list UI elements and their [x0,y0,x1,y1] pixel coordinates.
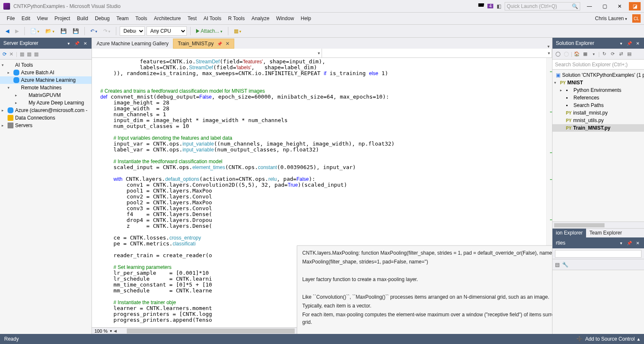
tab-azure-gallery[interactable]: Azure Machine Learning Gallery [92,39,173,49]
new-project-button[interactable]: 📄 [28,27,42,35]
panel-close-icon[interactable]: ✕ [635,240,641,246]
config-select[interactable]: Debug [120,26,145,36]
panel-pin-icon[interactable]: 📌 [74,40,80,46]
menu-team[interactable]: Team [113,14,132,23]
solution-tree-node[interactable]: PYmnist_utils.py [552,117,644,124]
feedback-icon[interactable]: ◧ [497,3,501,9]
server-tree-node[interactable]: ▸MatrixGPUVM [0,91,92,99]
menu-architecture[interactable]: Architecture [151,14,184,23]
alphabetical-icon[interactable]: 🔧 [562,262,568,268]
menu-ai-tools[interactable]: AI Tools [200,14,225,23]
sol-collapse-icon[interactable]: ⇄ [617,50,625,58]
redo-button[interactable]: ↷ [101,27,113,35]
nav-back-button[interactable]: ◀ [3,27,11,35]
sol-hscroll[interactable] [552,222,644,228]
properties-grid[interactable] [552,270,644,334]
panel-close-icon[interactable]: ✕ [82,40,88,46]
maximize-button[interactable]: ▢ [599,2,610,10]
server-tree-node[interactable]: ▾Remote Machines [0,84,92,91]
nav-scope-dropdown[interactable]: ▾ [92,49,322,57]
minimize-button[interactable]: — [584,2,595,10]
nav-fwd-button[interactable]: ▶ [13,27,21,35]
panel-close-icon[interactable]: ✕ [635,40,641,46]
notifications-flag-icon[interactable] [478,3,484,9]
solution-tree[interactable]: ▣Solution 'CNTKPythonExamples' (1 p▾PYMN… [552,70,644,222]
account-button[interactable]: ◪ [629,2,641,10]
sol-properties-icon[interactable]: ▤ [626,50,633,58]
sol-back-icon[interactable]: ◯ [554,50,562,58]
user-name[interactable]: Chris Lauren [592,14,631,23]
tab-team-explorer[interactable]: Team Explorer [586,229,625,237]
sol-show-all-icon[interactable]: ▦ [581,50,589,58]
menu-test[interactable]: Test [184,14,200,23]
solution-tree-node[interactable]: ▾PYMNIST [552,79,644,86]
notification-badge[interactable]: 4 [487,4,493,8]
menu-help[interactable]: Help [297,14,314,23]
categorized-icon[interactable]: ▤ [555,262,560,268]
menu-window[interactable]: Window [273,14,298,23]
solution-tree-node[interactable]: PYTrain_MNIST.py [552,124,644,132]
menu-view[interactable]: View [34,14,51,23]
properties-object-select[interactable] [555,250,641,258]
server-tree-node[interactable]: ▸Servers [0,122,92,129]
server-tree-node[interactable]: Data Connections [0,114,92,122]
open-button[interactable]: 📂 [43,27,57,35]
server-tree-node[interactable]: Azure Machine Learning [0,76,92,84]
pin-icon[interactable]: 📌 [217,42,222,46]
menu-project[interactable]: Project [51,14,73,23]
solution-explorer-title: Solution Explorer [556,40,615,46]
solution-tree-node[interactable]: ▣Solution 'CNTKPythonExamples' (1 p [552,71,644,79]
run-attach-button[interactable]: Attach... [194,27,225,35]
close-button[interactable]: ✕ [614,2,626,10]
solution-tree-node[interactable]: PYinstall_mnist.py [552,109,644,117]
tab-train-mnist[interactable]: Train_MNIST.py 📌 ✕ [173,39,234,49]
save-all-button[interactable]: 💾 [71,27,81,35]
quick-launch-search[interactable]: Quick Launch (Ctrl+Q) 🔍 [505,2,580,10]
server-explorer-tree[interactable]: ▾AI Tools▸Azure Batch AIAzure Machine Le… [0,60,92,334]
panel-pin-icon[interactable]: 📌 [626,240,632,246]
menu-build[interactable]: Build [73,14,92,23]
panel-pin-icon[interactable]: 📌 [626,40,632,46]
sol-refresh-icon[interactable]: ⟳ [609,50,616,58]
menu-analyze[interactable]: Analyze [248,14,273,23]
menu-tools[interactable]: Tools [132,14,151,23]
stop-icon[interactable] [9,51,13,57]
menu-edit[interactable]: Edit [18,14,34,23]
undo-button[interactable]: ↶ [88,27,99,35]
solution-tree-node[interactable]: ▪References [552,94,644,102]
tab-solution-explorer[interactable]: ion Explorer [552,229,586,237]
menu-r-tools[interactable]: R Tools [225,14,248,23]
source-control-button[interactable]: ➕ Add to Source Control ▴ [576,336,640,342]
connect-icon-3[interactable]: ▦ [34,51,39,57]
platform-select[interactable]: Any CPU [147,26,187,36]
sol-home-icon[interactable]: 🏠 [573,50,581,58]
refresh-icon[interactable] [3,51,7,57]
panel-dropdown-icon[interactable]: ▾ [65,40,71,46]
user-avatar[interactable]: CL [632,14,641,23]
menu-debug[interactable]: Debug [92,14,113,23]
hscroll-thumb[interactable] [127,328,295,334]
connect-icon[interactable]: ▦ [20,51,24,57]
solution-search[interactable]: Search Solution Explorer (Ctrl+;) [552,60,644,70]
tab-close-icon[interactable]: ✕ [225,41,230,47]
server-tree-node[interactable]: ▸Azure (clauren@microsoft.com - [0,107,92,114]
server-tree-node[interactable]: ▸My Azure Deep Learning [0,99,92,107]
server-tree-node[interactable]: ▾AI Tools [0,61,92,69]
server-tree-node[interactable]: ▸Azure Batch AI [0,69,92,76]
vs-logo-icon [3,3,10,10]
save-button[interactable]: 💾 [58,27,69,35]
solution-tree-node[interactable]: ▸▪Python Environments [552,86,644,94]
zoom-level[interactable]: 100 % [92,328,110,334]
toolbar-extra-button[interactable]: ▦ [232,27,243,35]
sol-fwd-icon[interactable]: ◯ [563,50,570,58]
right-column: Solution Explorer ▾ 📌 ✕ ◯ ◯ | 🏠 ▦ | ↻ ⟳ … [552,38,644,334]
menu-file[interactable]: File [3,14,18,23]
sol-sync-icon[interactable]: ↻ [600,50,608,58]
nav-member-dropdown[interactable]: ▾ [322,49,552,57]
connect-icon-2[interactable]: ▦ [27,51,31,57]
panel-dropdown-icon[interactable]: ▾ [618,240,624,246]
sol-view-icon[interactable] [590,50,597,58]
solution-tree-node[interactable]: ▪Search Paths [552,102,644,109]
panel-dropdown-icon[interactable]: ▾ [618,40,624,46]
tabs-overflow-icon[interactable]: ▾ [545,44,552,49]
